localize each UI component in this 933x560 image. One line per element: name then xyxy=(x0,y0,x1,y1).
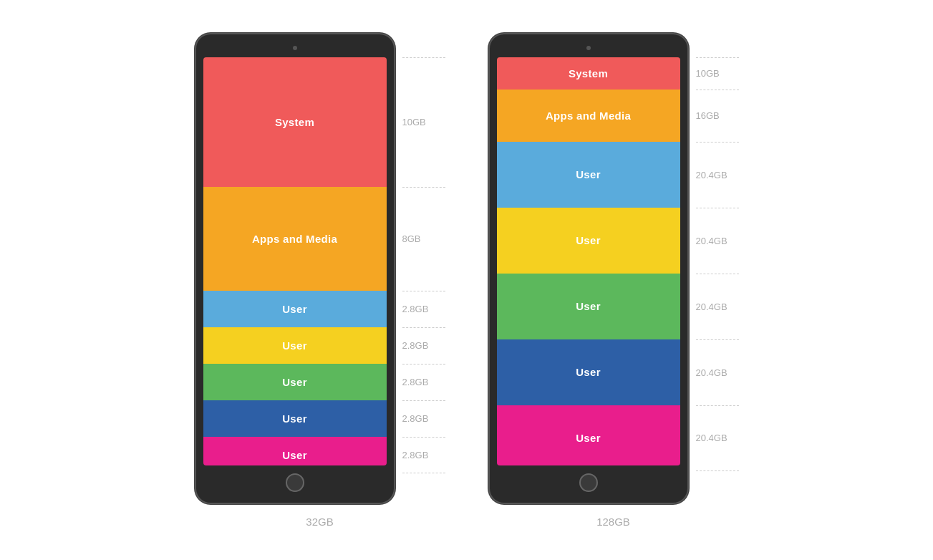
size-label-2: 2.8GB xyxy=(402,291,445,327)
size-label-5: 2.8GB xyxy=(402,400,445,437)
size-label-0: 10GB xyxy=(696,57,739,90)
device-with-labels-ipad-32gb: SystemApps and MediaUserUserUserUserUser… xyxy=(195,33,445,504)
scene: SystemApps and MediaUserUserUserUserUser… xyxy=(166,11,768,549)
ipad-camera xyxy=(586,46,591,50)
device-caption-ipad-32gb: 32GB xyxy=(306,516,333,528)
size-label-1: 8GB xyxy=(402,187,445,291)
segment-user: User xyxy=(497,405,680,465)
device-with-labels-ipad-128gb: SystemApps and MediaUserUserUserUserUser… xyxy=(488,33,739,504)
ipad-home-button[interactable] xyxy=(579,473,598,492)
segment-user: User xyxy=(203,400,387,437)
labels-panel-ipad-128gb: 10GB16GB20.4GB20.4GB20.4GB20.4GB20.4GB xyxy=(689,33,739,504)
ipad-bottom-bezel xyxy=(497,473,680,493)
segment-apps-and-media: Apps and Media xyxy=(497,90,680,142)
ipad-screen-ipad-128gb: SystemApps and MediaUserUserUserUserUser xyxy=(497,57,680,465)
size-label-5: 20.4GB xyxy=(696,339,739,405)
size-label-0: 10GB xyxy=(402,57,445,187)
size-label-1: 16GB xyxy=(696,90,739,142)
ipad-home-button[interactable] xyxy=(286,473,304,492)
labels-panel-ipad-32gb: 10GB8GB2.8GB2.8GB2.8GB2.8GB2.8GB xyxy=(395,33,445,504)
segment-user: User xyxy=(497,208,680,274)
ipad-top-bezel xyxy=(203,44,387,52)
ipad-shell-ipad-128gb: SystemApps and MediaUserUserUserUserUser xyxy=(488,33,689,504)
size-label-4: 2.8GB xyxy=(402,364,445,400)
size-label-2: 20.4GB xyxy=(696,142,739,208)
segment-user: User xyxy=(203,291,387,327)
size-label-6: 20.4GB xyxy=(696,405,739,471)
segment-user: User xyxy=(497,274,680,339)
segment-system: System xyxy=(203,57,387,187)
ipad-bottom-bezel xyxy=(203,473,387,493)
size-label-4: 20.4GB xyxy=(696,274,739,339)
segment-user: User xyxy=(203,327,387,364)
ipad-top-bezel xyxy=(497,44,680,52)
segment-system: System xyxy=(497,57,680,90)
size-label-6: 2.8GB xyxy=(402,437,445,473)
segment-user: User xyxy=(497,142,680,208)
size-label-3: 2.8GB xyxy=(402,327,445,364)
segment-apps-and-media: Apps and Media xyxy=(203,187,387,291)
ipad-screen-ipad-32gb: SystemApps and MediaUserUserUserUserUser xyxy=(203,57,387,465)
device-group-ipad-128gb: SystemApps and MediaUserUserUserUserUser… xyxy=(488,33,739,528)
device-caption-ipad-128gb: 128GB xyxy=(596,516,630,528)
device-group-ipad-32gb: SystemApps and MediaUserUserUserUserUser… xyxy=(195,33,445,528)
ipad-shell-ipad-32gb: SystemApps and MediaUserUserUserUserUser xyxy=(195,33,395,504)
size-label-3: 20.4GB xyxy=(696,208,739,274)
segment-user: User xyxy=(203,364,387,400)
segment-user: User xyxy=(203,437,387,465)
segment-user: User xyxy=(497,339,680,405)
ipad-camera xyxy=(293,46,297,50)
